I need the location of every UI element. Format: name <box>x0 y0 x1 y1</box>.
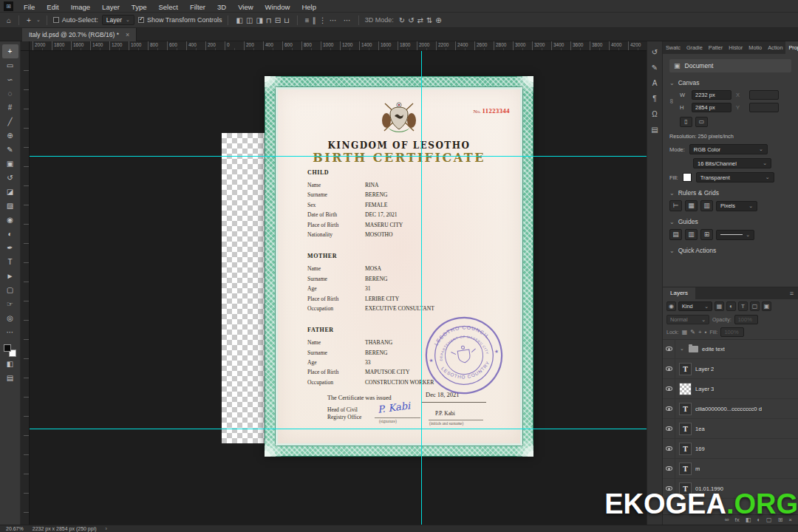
move-tool-icon[interactable]: + <box>25 16 33 24</box>
show-transform-checkbox[interactable] <box>138 17 144 23</box>
panel-tab-swatc[interactable]: Swatc <box>663 41 683 54</box>
menu-layer[interactable]: Layer <box>96 3 126 11</box>
panel-tab-motio[interactable]: Motio <box>746 41 765 54</box>
hand-tool[interactable]: ☞ <box>2 297 18 311</box>
guides-section-header[interactable]: ⌄ Guides <box>669 218 791 225</box>
3d-pan-icon[interactable]: ⇄ <box>416 16 425 24</box>
show-transform-checkbox-group[interactable]: Show Transform Controls <box>138 16 222 24</box>
brush-tool[interactable]: ✎ <box>2 143 18 157</box>
menu-edit[interactable]: Edit <box>41 3 64 11</box>
eyedropper-tool[interactable]: ╱ <box>2 115 18 129</box>
chevron-down-icon[interactable]: ⌄ <box>679 346 685 352</box>
gradient-tool[interactable]: ▨ <box>2 199 18 213</box>
color-swatches[interactable] <box>4 344 16 357</box>
link-dimensions-icon[interactable]: ∞ <box>668 99 675 103</box>
paragraph-panel-icon[interactable]: ¶ <box>652 95 656 103</box>
snap-toggle-icon[interactable]: ▥ <box>700 200 713 211</box>
menu-window[interactable]: Window <box>259 3 296 11</box>
pen-tool[interactable]: ✒ <box>2 241 18 255</box>
blur-tool[interactable]: ◉ <box>2 213 18 227</box>
blend-mode-dropdown[interactable]: Normal ⌄ <box>666 315 709 324</box>
lock-pixels-icon[interactable]: ✎ <box>690 329 695 335</box>
distribute-spacing-vertical-icon[interactable]: ⋮ <box>318 16 328 24</box>
panel-tab-gradie[interactable]: Gradie <box>683 41 706 54</box>
menu-select[interactable]: Select <box>152 3 183 11</box>
vertical-ruler[interactable] <box>21 51 30 525</box>
history-brush-tool[interactable]: ↺ <box>2 171 18 185</box>
rectangle-tool[interactable]: ▢ <box>2 283 18 297</box>
portrait-orientation-button[interactable]: ▯ <box>680 117 692 127</box>
filter-smart-objects-icon[interactable]: ▣ <box>762 301 771 311</box>
color-mode-dropdown[interactable]: RGB Color ⌄ <box>689 144 768 154</box>
x-field[interactable] <box>749 90 779 100</box>
layer-row[interactable]: ⌄edite text <box>663 339 798 359</box>
kind-dropdown[interactable]: Kind ⌄ <box>678 301 712 311</box>
layer-row[interactable]: T169 <box>663 439 798 459</box>
layer-row[interactable]: TLayer 2 <box>663 359 798 379</box>
align-center-horizontal-icon[interactable]: ◫ <box>245 16 254 24</box>
align-bottom-icon[interactable]: ⊔ <box>282 16 291 24</box>
close-icon[interactable]: × <box>126 31 129 38</box>
layer-fill-field[interactable]: 100% <box>720 327 744 337</box>
panel-menu-icon[interactable]: ≡ <box>790 290 794 297</box>
grid-toggle-icon[interactable]: ▦ <box>685 200 698 211</box>
lock-transparency-icon[interactable]: ▦ <box>682 329 688 335</box>
layer-row[interactable]: Tm <box>663 459 798 479</box>
chevron-right-icon[interactable]: › <box>106 526 107 531</box>
rulers-grids-section-header[interactable]: ⌄ Rulers & Grids <box>669 189 791 197</box>
horizontal-ruler[interactable]: 2000180016001400120010008006004002000200… <box>30 41 647 51</box>
clear-guides-icon[interactable]: ⊞ <box>700 229 713 240</box>
menu-type[interactable]: Type <box>126 3 153 11</box>
visibility-toggle[interactable] <box>663 399 675 418</box>
app-icon[interactable]: ⊞ <box>4 1 13 11</box>
fill-dropdown[interactable]: Transparent ⌄ <box>696 172 774 183</box>
eraser-tool[interactable]: ◪ <box>2 185 18 199</box>
menu-view[interactable]: View <box>232 3 259 11</box>
home-icon[interactable]: ⌂ <box>5 16 13 24</box>
panel-tab-properties[interactable]: Properties <box>785 41 798 54</box>
path-selection-tool[interactable]: ► <box>2 269 18 283</box>
distribute-spacing-horizontal-icon[interactable]: ⋯ <box>328 16 338 24</box>
panel-tab-patter[interactable]: Patter <box>706 41 726 54</box>
visibility-toggle[interactable] <box>663 419 675 438</box>
horizontal-guide[interactable] <box>30 156 647 157</box>
panel-tab-histor[interactable]: Histor <box>726 41 746 54</box>
canvas-area[interactable]: 2000180016001400120010008006004002000200… <box>21 41 647 525</box>
layer-row[interactable]: T1ea <box>663 419 798 439</box>
visibility-toggle[interactable] <box>663 359 675 378</box>
menu-image[interactable]: Image <box>65 3 96 11</box>
quick-actions-section-header[interactable]: ⌄ Quick Actions <box>669 247 791 254</box>
guide-style-dropdown[interactable]: ⌄ <box>716 230 754 240</box>
filter-type-layers-icon[interactable]: T <box>738 301 748 311</box>
align-left-icon[interactable]: ◧ <box>234 16 244 24</box>
lock-all-icon[interactable]: ▪ <box>705 329 707 335</box>
landscape-orientation-button[interactable]: ▭ <box>695 117 708 127</box>
new-guide-icon[interactable]: ▤ <box>669 229 682 240</box>
visibility-toggle[interactable] <box>663 379 675 398</box>
zoom-tool[interactable]: ◎ <box>2 311 18 325</box>
more-options-icon[interactable]: ⋯ <box>342 16 352 24</box>
auto-select-checkbox[interactable] <box>53 17 59 23</box>
y-field[interactable] <box>749 103 779 112</box>
zoom-level[interactable]: 20.67% <box>6 526 24 531</box>
visibility-toggle[interactable] <box>663 459 675 478</box>
menu-file[interactable]: File <box>18 3 41 11</box>
lasso-tool[interactable]: ∽ <box>2 72 18 86</box>
menu-3d[interactable]: 3D <box>211 3 232 11</box>
birth-certificate-document[interactable]: No. 11223344 KINGDOM OF LESOTHO BIRTH CE… <box>265 76 533 457</box>
crop-tool[interactable]: # <box>2 100 18 115</box>
menu-help[interactable]: Help <box>296 3 322 11</box>
layer-row[interactable]: Tcilia0000000...cccccccc0 d <box>663 399 798 419</box>
document-tab[interactable]: Italy id.psd @ 20.7% (RGB/16) * × <box>22 28 137 41</box>
visibility-toggle[interactable] <box>663 439 675 458</box>
auto-select-checkbox-group[interactable]: Auto-Select: <box>53 16 98 24</box>
libraries-panel-icon[interactable]: ▤ <box>651 126 658 134</box>
align-top-icon[interactable]: ⊓ <box>265 16 273 24</box>
lock-position-icon[interactable]: + <box>698 329 702 335</box>
horizontal-guide[interactable] <box>30 429 647 429</box>
filter-pixel-layers-icon[interactable]: ▦ <box>715 301 724 311</box>
brush-settings-panel-icon[interactable]: ✎ <box>652 64 658 72</box>
width-field[interactable]: 2232 px <box>692 90 732 100</box>
opacity-field[interactable]: 100% <box>734 315 758 324</box>
tab-layers[interactable]: Layers <box>663 287 695 299</box>
